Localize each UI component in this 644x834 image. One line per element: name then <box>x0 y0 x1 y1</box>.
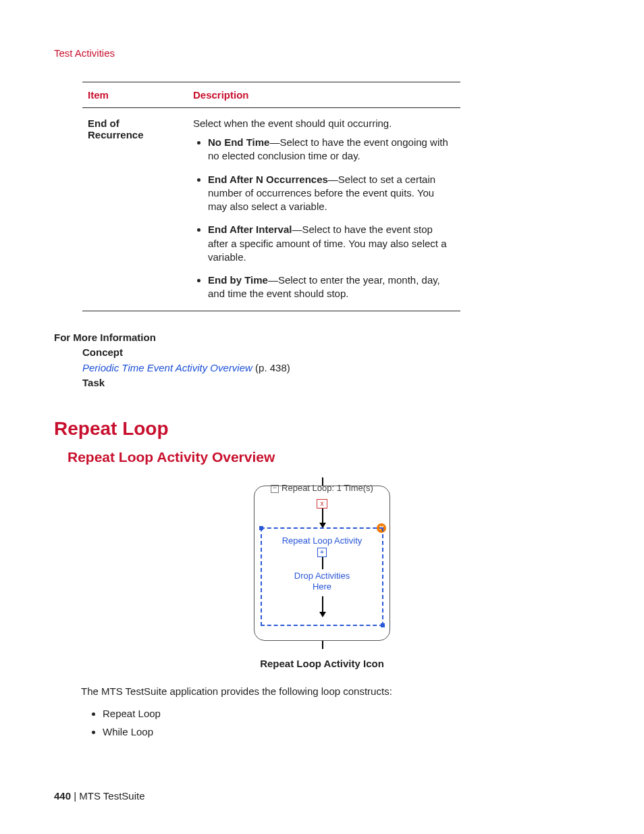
drop-zone-label: Drop Activities Here <box>251 571 393 593</box>
table-header-item: Item <box>82 82 188 108</box>
activity-card-title: −Repeat Loop: 1 Time(s) <box>258 483 386 493</box>
periodic-time-event-link[interactable]: Periodic Time Event Activity Overview <box>82 362 252 373</box>
collapse-icon: − <box>271 485 279 493</box>
list-item: While Loop <box>103 726 590 737</box>
subsection-heading-overview: Repeat Loop Activity Overview <box>68 449 590 465</box>
bullet-strong: End by Time <box>208 274 268 286</box>
footer-sep: | <box>71 790 79 802</box>
bullet-strong: No End Time <box>208 136 269 148</box>
intro-paragraph: The MTS TestSuite application provides t… <box>81 684 590 699</box>
drop-line2: Here <box>313 581 331 592</box>
arrow-down-icon <box>322 509 323 527</box>
figure-caption: Repeat Loop Activity Icon <box>54 658 590 669</box>
loop-constructs-list: Repeat Loop While Loop <box>86 708 590 737</box>
selection-handle-icon <box>381 623 385 627</box>
footer-product: MTS TestSuite <box>79 790 144 802</box>
task-label: Task <box>82 375 590 391</box>
expand-icon: + <box>317 548 327 557</box>
drop-line1: Drop Activities <box>294 571 350 581</box>
desc-bullet-list: No End Time—Select to have the event ong… <box>193 136 455 301</box>
variable-icon: x <box>317 499 327 509</box>
list-item: End After Interval—Select to have the ev… <box>208 223 455 264</box>
list-item: No End Time—Select to have the event ong… <box>208 136 455 163</box>
more-info-heading: For More Information <box>54 330 590 346</box>
page-ref: (p. 438) <box>252 362 290 373</box>
bullet-strong: End After Interval <box>208 224 292 235</box>
breadcrumb: Test Activities <box>54 47 590 59</box>
item-line1: End of <box>88 118 119 129</box>
activity-title-text: Repeat Loop: 1 Time(s) <box>281 483 373 493</box>
bullet-strong: End After N Occurrences <box>208 174 328 185</box>
end-of-recurrence-table: Item Description End of Recurrence Selec… <box>82 82 460 311</box>
item-line2: Recurrence <box>88 129 144 140</box>
list-item: Repeat Loop <box>103 708 590 719</box>
table-row: End of Recurrence Select when the event … <box>82 108 460 311</box>
diagram-container: −Repeat Loop: 1 Time(s) x ✕ Repeat Loop … <box>54 477 590 651</box>
repeat-loop-diagram: −Repeat Loop: 1 Time(s) x ✕ Repeat Loop … <box>251 477 393 649</box>
desc-intro: Select when the event should quit occurr… <box>193 118 455 129</box>
selection-handle-icon <box>259 526 263 530</box>
list-item: End by Time—Select to enter the year, mo… <box>208 273 455 301</box>
page-footer: 440 | MTS TestSuite <box>54 790 145 802</box>
more-information-block: For More Information Concept Periodic Ti… <box>54 330 590 391</box>
cell-item: End of Recurrence <box>82 108 188 311</box>
section-heading-repeat-loop: Repeat Loop <box>54 418 590 440</box>
concept-label: Concept <box>82 345 590 361</box>
table-header-description: Description <box>188 82 460 108</box>
page-container: Test Activities Item Description End of … <box>0 0 644 834</box>
cell-description: Select when the event should quit occurr… <box>188 108 460 311</box>
connector-line <box>322 557 323 569</box>
concept-link-row: Periodic Time Event Activity Overview (p… <box>82 361 590 376</box>
arrow-down-icon <box>322 596 323 617</box>
connector-line <box>322 641 323 649</box>
page-number: 440 <box>54 790 71 802</box>
list-item: End After N Occurrences—Select to set a … <box>208 173 455 214</box>
inner-activity-label: Repeat Loop Activity <box>251 536 393 546</box>
